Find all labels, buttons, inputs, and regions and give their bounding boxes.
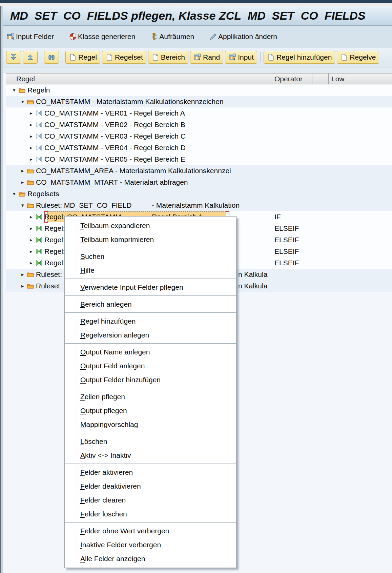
menu-separator [65,522,236,523]
expander-collapsed-icon[interactable]: ▸ [30,246,33,257]
menu-item-teilbaum-komprimieren[interactable]: Teilbaum komprimieren [65,232,236,246]
menu-item-suchen[interactable]: Suchen [65,249,236,263]
menu-item-hilfe[interactable]: Hilfe [65,263,236,277]
expander-expanded-icon[interactable]: ▾ [21,96,24,107]
menu-item-felder-deaktivieren[interactable]: Felder deaktivieren [65,479,236,493]
expander-collapsed-icon[interactable]: ▸ [21,165,24,177]
title-bar: MD_SET_CO_FIELDS pflegen, Klasse ZCL_MD_… [3,6,392,26]
menu-item-regelversion-anlegen[interactable]: Regelversion anlegen [65,328,236,342]
toolbar-button-chevrons-up[interactable] [23,51,38,64]
toolbar-button-regelset[interactable]: Regelset [102,51,146,64]
rule-blue-icon [35,156,43,163]
tree-cell: ▾Ruleset: MD_SET_CO_FIELD- Materialstamm… [6,200,272,211]
tree-node-label: CO_MATSTAMM_MTART - Materialart abfragen [36,177,188,188]
menu-item-output-felder-hinzufügen[interactable]: Output Felder hinzufügen [65,373,236,387]
table-io-icon [7,33,15,41]
expander-collapsed-icon[interactable]: ▸ [30,211,33,223]
rule-green-icon [35,213,43,221]
expander-collapsed-icon[interactable]: ▸ [30,223,33,234]
menu-item-felder-ohne-wert-verbergen[interactable]: Felder ohne Wert verbergen [65,524,236,538]
menu-item-aktiv-inaktiv[interactable]: Aktiv <-> Inaktiv [65,448,236,462]
tree-cell: ▸CO_MATSTAMM_AREA - Materialstamm Kalkul… [6,165,272,177]
menu-item-felder-löschen[interactable]: Felder löschen [65,507,236,521]
menu-item-löschen[interactable]: Löschen [65,434,236,448]
tree-row-co-matstamm-materialstamm-kalkulationskennzeichen[interactable]: ▾CO_MATSTAMM - Materialstamm Kalkulation… [6,96,392,107]
doc-icon [340,53,348,61]
toolbar-button-label: Regel [78,53,97,61]
menu-item-bereich-anlegen[interactable]: Bereich anlegen [65,297,236,311]
menu-item-regel-hinzufügen[interactable]: Regel hinzufügen [65,314,236,328]
toolbar-button-rand[interactable]: Rand [190,51,223,64]
expander-collapsed-icon[interactable]: ▸ [21,177,24,188]
menu-item-alle-felder-anzeigen[interactable]: Alle Felder anzeigen [65,552,236,566]
expander-collapsed-icon[interactable]: ▸ [30,257,33,269]
tree-cell: ▾Regelsets [6,188,272,200]
expander-collapsed-icon[interactable]: ▸ [30,154,33,165]
app-toolbar-item-applikation-ändern[interactable]: Applikation ändern [209,33,277,41]
menu-item-output-name-anlegen[interactable]: Output Name anlegen [65,345,236,359]
app-toolbar-item-klasse-generieren[interactable]: Klasse generieren [69,33,135,41]
tree-cell: ▾CO_MATSTAMM - Materialstamm Kalkulation… [6,96,272,107]
menu-item-felder-aktivieren[interactable]: Felder aktivieren [65,465,236,479]
menu-item-inaktive-felder-verbergen[interactable]: Inaktive Felder verbergen [65,538,236,552]
tree-cell: ▸CO_MATSTAMM - VER05 - Regel Bereich E [6,154,272,165]
toolbar-separator [62,52,62,62]
doc-icon [105,53,114,61]
tree-node-label: CO_MATSTAMM - VER01 - Regel Bereich A [44,107,185,119]
expander-collapsed-icon[interactable]: ▸ [21,280,24,292]
toolbar-button-bereich[interactable]: Bereich [148,51,188,64]
doc-lines-icon [267,53,275,61]
expander-expanded-icon[interactable]: ▾ [21,200,24,211]
menu-item-felder-clearen[interactable]: Felder clearen [65,493,236,507]
operator-cell: IF [274,211,281,223]
toolbar-button-label: Input [238,53,254,61]
tree-node-label: CO_MATSTAMM - Materialstamm Kalkulations… [36,96,224,107]
app-toolbar-item-input-felder[interactable]: Input Felder [7,33,54,41]
column-header-regel[interactable]: Regel [16,74,35,84]
tree-row-co-matstamm-ver02-regel-bereich-b[interactable]: ▸CO_MATSTAMM - VER02 - Regel Bereich B [6,119,392,130]
toolbar-button-input[interactable]: Input [225,51,257,64]
expander-expanded-icon[interactable]: ▾ [13,84,16,96]
toolbar-button-regel[interactable]: Regel [65,51,100,64]
menu-item-teilbaum-expandieren[interactable]: Teilbaum expandieren [65,219,236,232]
chevrons-down-icon [9,53,18,61]
tree-row-co-matstamm-ver04-regel-bereich-d[interactable]: ▸CO_MATSTAMM - VER04 - Regel Bereich D [6,142,392,154]
rule-green-icon [35,225,43,232]
tree-node-label: CO_MATSTAMM - VER02 - Regel Bereich B [44,119,185,130]
toolbar-button-regel-hinzufügen[interactable]: Regel hinzufügen [264,51,335,64]
rule-blue-icon [35,132,43,140]
toolbar-button-chevrons-down[interactable] [6,51,21,64]
toolbar-button-binoculars[interactable] [44,51,59,64]
tree-row-co-matstamm-ver05-regel-bereich-e[interactable]: ▸CO_MATSTAMM - VER05 - Regel Bereich E [6,154,392,165]
tree-cell: ▸CO_MATSTAMM - VER02 - Regel Bereich B [6,119,272,130]
operator-cell: ELSEIF [274,257,299,269]
column-header-low[interactable]: Low [331,74,345,84]
app-toolbar-label: Aufräumen [159,33,194,41]
tree-row-co-matstamm-ver01-regel-bereich-a[interactable]: ▸CO_MATSTAMM - VER01 - Regel Bereich A [6,107,392,119]
tree-row-co-matstamm-area-materialstamm-kalkulationskennzei[interactable]: ▸CO_MATSTAMM_AREA - Materialstamm Kalkul… [6,165,392,177]
app-toolbar-item-aufräumen[interactable]: Aufräumen [150,33,194,41]
column-header-operator[interactable]: Operator [274,74,303,84]
tree-row-co-matstamm-mtart-materialart-abfragen[interactable]: ▸CO_MATSTAMM_MTART - Materialart abfrage… [6,177,392,188]
menu-item-output-feld-anlegen[interactable]: Output Feld anlegen [65,359,236,373]
expander-collapsed-icon[interactable]: ▸ [30,107,33,119]
expander-collapsed-icon[interactable]: ▸ [30,234,33,246]
menu-item-zeilen-pflegen[interactable]: Zeilen pflegen [65,390,236,404]
menu-item-output-pflegen[interactable]: Output pflegen [65,404,236,417]
expander-expanded-icon[interactable]: ▾ [13,188,16,200]
menu-item-verwendete-input-felder-pflegen[interactable]: Verwendete Input Felder pflegen [65,280,236,294]
tree-row-regeln[interactable]: ▾Regeln [6,84,392,96]
tree-row-regelsets[interactable]: ▾Regelsets [6,188,392,200]
tree-cell: ▸CO_MATSTAMM_MTART - Materialart abfrage… [6,177,272,188]
expander-collapsed-icon[interactable]: ▸ [21,269,24,280]
expander-collapsed-icon[interactable]: ▸ [30,119,33,130]
toolbar-button-regelve[interactable]: Regelve [337,51,379,64]
toolbar-gap [3,67,392,73]
menu-item-mappingvorschlag[interactable]: Mappingvorschlag [65,417,236,431]
tree-row-ruleset-md-set-co-field[interactable]: ▾Ruleset: MD_SET_CO_FIELD- Materialstamm… [6,200,392,211]
tree-row-co-matstamm-ver03-regel-bereich-c[interactable]: ▸CO_MATSTAMM - VER03 - Regel Bereich C [6,130,392,142]
expander-collapsed-icon[interactable]: ▸ [30,142,33,154]
toolbar-button-label: Rand [203,53,220,61]
folder-closed-icon [27,167,34,175]
expander-collapsed-icon[interactable]: ▸ [30,130,33,142]
